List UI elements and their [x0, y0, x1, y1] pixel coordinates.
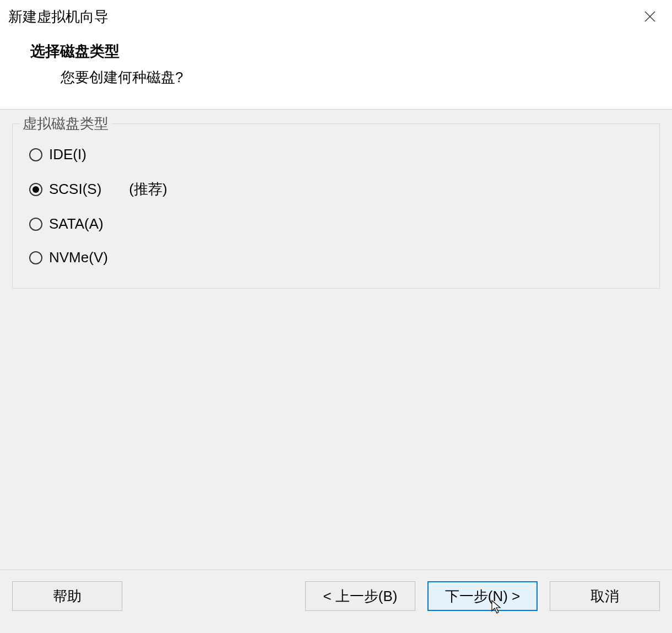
page-title: 选择磁盘类型 [30, 41, 664, 61]
radio-label: IDE(I) [49, 146, 86, 163]
group-legend: 虚拟磁盘类型 [19, 114, 112, 133]
disk-type-group: 虚拟磁盘类型 IDE(I) SCSI(S) (推荐) SATA(A) NVMe(… [12, 123, 660, 289]
radio-option-nvme[interactable]: NVMe(V) [29, 249, 643, 266]
next-button[interactable]: 下一步(N) > [427, 581, 538, 611]
page-subtitle: 您要创建何种磁盘? [61, 68, 664, 87]
radio-label: NVMe(V) [49, 249, 108, 266]
window-title: 新建虚拟机向导 [8, 7, 109, 26]
next-button-label: 下一步(N) > [445, 587, 521, 606]
radio-icon [29, 251, 42, 264]
radio-group: IDE(I) SCSI(S) (推荐) SATA(A) NVMe(V) [29, 140, 643, 266]
radio-label: SATA(A) [49, 215, 104, 232]
radio-dot-icon [32, 186, 39, 193]
back-button[interactable]: < 上一步(B) [305, 581, 415, 611]
radio-icon [29, 218, 42, 231]
radio-option-sata[interactable]: SATA(A) [29, 215, 643, 232]
title-bar: 新建虚拟机向导 [0, 0, 672, 33]
radio-option-ide[interactable]: IDE(I) [29, 146, 643, 163]
recommended-note: (推荐) [129, 180, 167, 199]
help-button[interactable]: 帮助 [12, 581, 122, 611]
radio-icon [29, 183, 42, 196]
radio-option-scsi[interactable]: SCSI(S) (推荐) [29, 180, 643, 199]
button-bar: 帮助 < 上一步(B) 下一步(N) > 取消 [0, 570, 672, 611]
radio-label: SCSI(S) [49, 181, 101, 198]
close-icon[interactable] [639, 6, 661, 28]
radio-icon [29, 148, 42, 161]
button-group-right: < 上一步(B) 下一步(N) > 取消 [305, 581, 660, 611]
wizard-header: 选择磁盘类型 您要创建何种磁盘? [0, 33, 672, 110]
content-area: 虚拟磁盘类型 IDE(I) SCSI(S) (推荐) SATA(A) NVMe(… [0, 110, 672, 302]
cancel-button[interactable]: 取消 [550, 581, 660, 611]
